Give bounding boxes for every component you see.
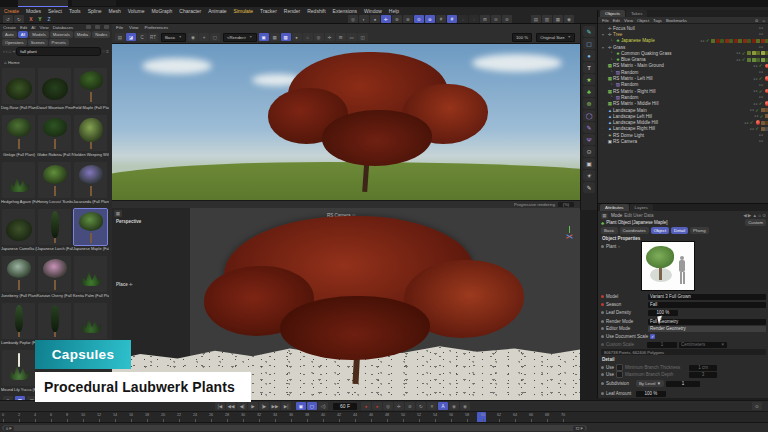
rig-gear-icon[interactable]: ⊛ [403, 15, 413, 23]
asset-item[interactable]: Ginkgo (Fall Plant) [1, 114, 37, 161]
mode-label[interactable]: Mode [611, 213, 622, 218]
clock-icon[interactable]: ⊙ [583, 146, 595, 157]
play-button[interactable]: ▶ [248, 402, 258, 410]
dim-toggle-1-icon[interactable]: ○ [458, 15, 468, 23]
filter-icon[interactable]: ≡ [106, 48, 109, 54]
fit-icon[interactable]: ⊞ [336, 33, 346, 41]
asset-item[interactable]: Globe Robinia (Fall Pl... [37, 114, 73, 161]
redo-icon[interactable]: ↻ [14, 15, 24, 23]
search-input[interactable]: fall plant [16, 47, 101, 56]
next-key-button[interactable]: ▶▶ [270, 402, 280, 410]
axis-lock-z[interactable]: Z [45, 15, 53, 23]
enabled-check-icon[interactable]: ✓ [749, 120, 755, 125]
obj-menu-file[interactable]: File [602, 18, 609, 23]
dim-toggle-2-icon[interactable]: ○ [469, 15, 479, 23]
keyframe-presets-1-icon[interactable]: ◉ [449, 402, 459, 410]
menu-mesh[interactable]: Mesh [109, 8, 121, 14]
size-dropdown[interactable]: Original Size▼ [536, 33, 575, 42]
render-view-button[interactable]: ▤ [531, 15, 541, 23]
monitor-icon[interactable]: ▭ [347, 33, 357, 41]
attr-tab-detail[interactable]: Detail [671, 227, 688, 234]
record-position-icon[interactable]: ✛ [394, 402, 404, 410]
mograph-icon[interactable]: ★ [583, 74, 595, 85]
reload-icon[interactable]: C [137, 33, 147, 41]
plant-generator-icon[interactable]: ♣ [583, 86, 595, 97]
subdivision-mode-dropdown[interactable]: By Level ▼ [636, 380, 664, 387]
custom-scale-field[interactable]: 1 [647, 342, 677, 348]
pv-menu-view[interactable]: View [129, 25, 138, 30]
filter-presets[interactable]: Presets [49, 39, 69, 46]
material-swatch[interactable] [711, 39, 715, 43]
material-swatch[interactable] [720, 39, 724, 43]
enabled-check-icon[interactable]: ✓ [754, 126, 760, 131]
attr-tab-phong[interactable]: Phong [690, 227, 708, 234]
season-dropdown[interactable]: Fall [648, 302, 766, 308]
rt-label[interactable]: RT [148, 33, 158, 41]
material-swatch[interactable] [752, 51, 756, 55]
material-swatch[interactable] [725, 39, 729, 43]
menu-character[interactable]: Character [179, 8, 201, 14]
generator-gear-icon[interactable]: ⊛ [583, 98, 595, 109]
tab-objects[interactable]: Objects [600, 10, 625, 17]
filter-operators[interactable]: Operators [2, 39, 27, 46]
field-icon[interactable]: ◯ [583, 110, 595, 121]
asset-item[interactable]: Hedgehog Agave (Fall... [1, 161, 37, 208]
circle-select-icon[interactable]: ○ [303, 33, 313, 41]
leaf-density-field[interactable]: 100 % [648, 310, 678, 316]
record-keyframe-button[interactable]: ● [361, 402, 371, 410]
render-settings-button[interactable]: ▦ [553, 15, 563, 23]
next-frame-button[interactable]: |▶ [259, 402, 269, 410]
filter-media[interactable]: Media [74, 31, 91, 38]
filter-all[interactable]: All [18, 31, 29, 38]
material-swatch[interactable] [756, 58, 760, 62]
material-swatch[interactable] [756, 51, 760, 55]
min-branch-use-checkbox[interactable] [616, 364, 623, 371]
spline-pen-icon[interactable]: ✎ [583, 26, 595, 37]
object-name[interactable]: Common Quaking Grass [621, 51, 672, 56]
menu-volume[interactable]: Volume [128, 8, 145, 14]
record-rotation-icon[interactable]: ↻ [416, 402, 426, 410]
attr-tab-object[interactable]: Object [651, 227, 669, 234]
preview-range-slider[interactable]: 0 F 72 F [2, 425, 587, 431]
ab-window-button-1[interactable] [95, 25, 100, 29]
refresh-icon[interactable]: ○ [102, 48, 105, 54]
viewport-label[interactable]: Perspective [116, 219, 141, 224]
asset-item[interactable]: Field Maple (Fall Plant) [73, 67, 109, 114]
place-tool-label[interactable]: Place ✛ [116, 282, 133, 287]
viewport-menu-icon[interactable]: ▦ [114, 210, 122, 217]
redshift-material-tag-icon[interactable] [765, 89, 768, 94]
ab-menu-ai[interactable]: AI [31, 25, 35, 30]
object-name[interactable]: RS Matrix - Left Hill [613, 76, 653, 81]
pv-menu-file[interactable]: File [116, 25, 123, 30]
visibility-dots-icon[interactable]: ●● [759, 95, 763, 99]
menu-modes[interactable]: Modes [26, 8, 41, 14]
visibility-icon[interactable]: ◐ [359, 15, 369, 23]
material-swatch[interactable] [747, 51, 751, 55]
menu-window[interactable]: Window [364, 8, 382, 14]
object-name[interactable]: Grass [613, 45, 625, 50]
model-dropdown[interactable]: Variant 3 Full Grown [648, 294, 766, 300]
visibility-dots-icon[interactable]: ●● [759, 83, 763, 87]
autokeying-button[interactable]: A [438, 402, 448, 410]
menu-simulate[interactable]: Simulate [234, 8, 253, 14]
document-tab[interactable] [72, 0, 116, 6]
menu-redshift[interactable]: Redshift [307, 8, 325, 14]
goto-start-button[interactable]: |◀ [215, 402, 225, 410]
material-swatch[interactable] [752, 39, 756, 43]
attr-tab-coordinates[interactable]: Coordinates [620, 227, 649, 234]
tab-attributes[interactable]: Attributes [600, 204, 629, 211]
asset-item[interactable]: Honey Locust 'Sunbur... [37, 161, 73, 208]
pv-menu-preferences[interactable]: Preferences [145, 25, 169, 30]
prev-key-button[interactable]: ◀◀ [226, 402, 236, 410]
visibility-dots-icon[interactable]: ●● [759, 133, 763, 137]
asset-item[interactable]: Japanese Larch (Fall Pl... [37, 208, 73, 255]
asset-item[interactable]: Kentia Palm (Fall Plant) [73, 255, 109, 302]
material-swatch[interactable] [729, 39, 733, 43]
render-dropdown[interactable]: <Render>▼ [223, 33, 257, 42]
user-account-icon[interactable]: ◉ [564, 15, 574, 23]
obj-menu-edit[interactable]: Edit [613, 18, 620, 23]
obj-menu-view[interactable]: View [624, 18, 633, 23]
max-branch-use-checkbox[interactable] [616, 371, 623, 378]
character-icon[interactable]: ✛ [381, 15, 391, 23]
zoom-value-field[interactable]: 100 % [512, 33, 532, 42]
